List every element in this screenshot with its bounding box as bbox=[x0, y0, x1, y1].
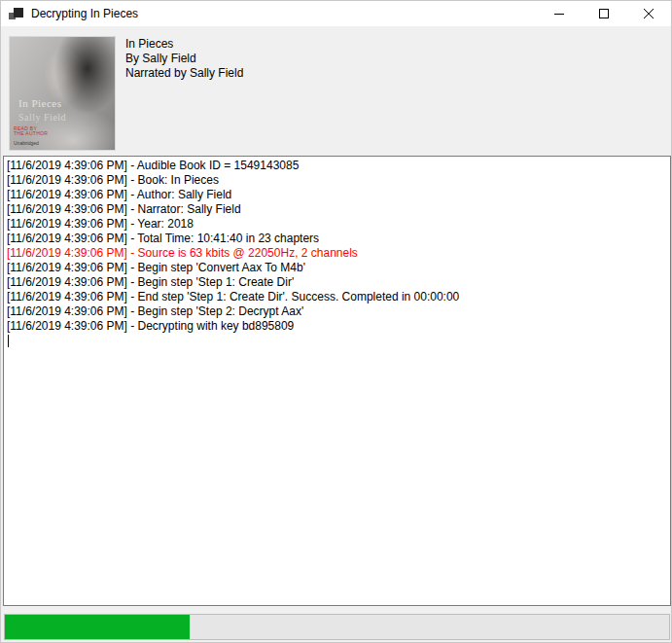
progress-bar bbox=[4, 614, 670, 640]
log-line: [11/6/2019 4:39:06 PM] - Total Time: 10:… bbox=[7, 232, 667, 246]
log-line: [11/6/2019 4:39:06 PM] - Audible Book ID… bbox=[7, 159, 667, 173]
app-icon-square-large bbox=[14, 8, 23, 18]
book-cover-image: In Pieces Sally Field READ BY THE AUTHOR… bbox=[9, 36, 116, 151]
log-line: [11/6/2019 4:39:06 PM] - Narrator: Sally… bbox=[7, 202, 667, 217]
log-line: [11/6/2019 4:39:06 PM] - Begin step 'Ste… bbox=[7, 275, 667, 290]
log-line: [11/6/2019 4:39:06 PM] - Source is 63 kb… bbox=[7, 246, 667, 261]
window-title: Decrypting In Pieces bbox=[31, 7, 138, 20]
log-line: [11/6/2019 4:39:06 PM] - Decrypting with… bbox=[7, 319, 667, 334]
log-textbox[interactable]: [11/6/2019 4:39:06 PM] - Audible Book ID… bbox=[3, 156, 671, 606]
cover-read-by-author-badge: READ BY THE AUTHOR bbox=[14, 126, 48, 138]
cover-author-text: Sally Field bbox=[18, 112, 66, 123]
log-line: [11/6/2019 4:39:06 PM] - Begin step 'Con… bbox=[7, 261, 667, 275]
title-bar[interactable]: Decrypting In Pieces bbox=[1, 1, 671, 26]
minimize-icon bbox=[553, 8, 565, 19]
app-icon[interactable] bbox=[9, 6, 24, 21]
cover-edition-text: Unabridged bbox=[14, 140, 39, 146]
log-line: [11/6/2019 4:39:06 PM] - End step 'Step … bbox=[7, 290, 667, 304]
maximize-icon bbox=[598, 8, 610, 19]
log-line: [11/6/2019 4:39:06 PM] - Year: 2018 bbox=[7, 217, 667, 232]
close-button[interactable] bbox=[626, 1, 671, 26]
progress-fill bbox=[5, 615, 190, 639]
minimize-button[interactable] bbox=[537, 1, 582, 26]
log-line: [11/6/2019 4:39:06 PM] - Begin step 'Ste… bbox=[7, 304, 667, 319]
book-author-line: By Sally Field bbox=[125, 52, 243, 66]
cover-title-text: In Pieces bbox=[18, 97, 62, 109]
book-title: In Pieces bbox=[125, 37, 243, 52]
text-caret bbox=[8, 335, 9, 347]
close-icon bbox=[643, 8, 654, 19]
log-line: [11/6/2019 4:39:06 PM] - Book: In Pieces bbox=[7, 173, 667, 188]
app-window: Decrypting In Pieces In Pieces Sally Fie… bbox=[0, 0, 672, 643]
maximize-button[interactable] bbox=[582, 1, 626, 26]
book-info-block: In Pieces By Sally Field Narrated by Sal… bbox=[125, 37, 243, 81]
book-narrator-line: Narrated by Sally Field bbox=[125, 66, 243, 81]
log-line: [11/6/2019 4:39:06 PM] - Author: Sally F… bbox=[7, 188, 667, 202]
